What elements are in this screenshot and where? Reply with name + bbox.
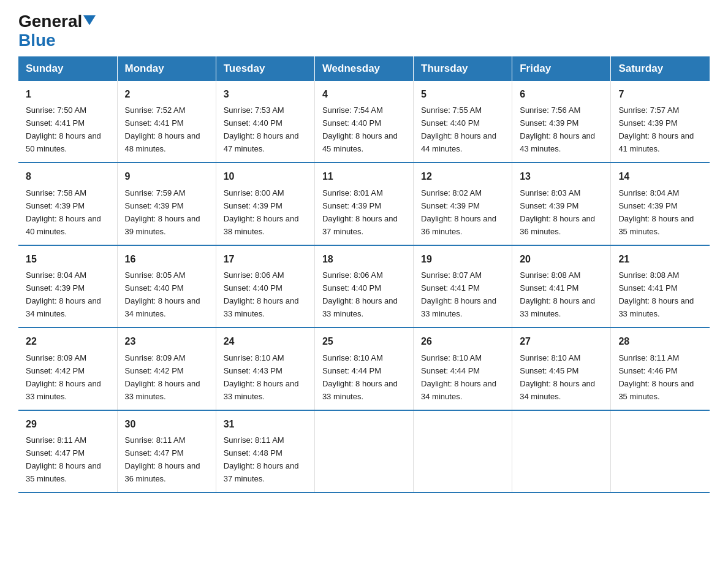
- day-daylight: Daylight: 8 hours and 34 minutes.: [26, 296, 101, 318]
- logo-blue-text: Blue: [18, 31, 96, 50]
- calendar-cell: 16 Sunrise: 8:05 AM Sunset: 4:40 PM Dayl…: [117, 245, 216, 327]
- day-sunset: Sunset: 4:41 PM: [125, 118, 184, 128]
- day-sunrise: Sunrise: 8:11 AM: [224, 435, 284, 445]
- day-sunrise: Sunrise: 8:00 AM: [224, 188, 284, 197]
- weekday-header-monday: Monday: [117, 56, 216, 81]
- day-sunset: Sunset: 4:46 PM: [618, 366, 677, 375]
- day-number: 23: [125, 334, 208, 350]
- calendar-cell: 6 Sunrise: 7:56 AM Sunset: 4:39 PM Dayli…: [512, 81, 611, 163]
- day-sunset: Sunset: 4:43 PM: [224, 366, 282, 375]
- day-sunset: Sunset: 4:39 PM: [26, 283, 85, 293]
- day-sunrise: Sunrise: 8:10 AM: [224, 353, 284, 362]
- day-daylight: Daylight: 8 hours and 44 minutes.: [421, 131, 496, 153]
- weekday-header-row: SundayMondayTuesdayWednesdayThursdayFrid…: [18, 56, 710, 81]
- day-sunset: Sunset: 4:39 PM: [224, 201, 282, 210]
- day-number: 2: [125, 87, 208, 102]
- day-daylight: Daylight: 8 hours and 36 minutes.: [125, 461, 200, 483]
- day-daylight: Daylight: 8 hours and 37 minutes.: [224, 461, 299, 483]
- logo-triangle-icon: [83, 15, 96, 25]
- day-number: 5: [421, 87, 504, 102]
- day-number: 22: [26, 334, 110, 350]
- calendar-cell: 2 Sunrise: 7:52 AM Sunset: 4:41 PM Dayli…: [117, 81, 216, 163]
- day-sunset: Sunset: 4:42 PM: [26, 366, 85, 375]
- day-number: 24: [224, 334, 307, 350]
- day-sunset: Sunset: 4:44 PM: [421, 366, 480, 375]
- day-daylight: Daylight: 8 hours and 33 minutes.: [26, 379, 101, 401]
- day-daylight: Daylight: 8 hours and 35 minutes.: [618, 214, 694, 236]
- day-daylight: Daylight: 8 hours and 33 minutes.: [125, 379, 200, 401]
- day-sunset: Sunset: 4:40 PM: [224, 118, 282, 128]
- week-row-5: 29 Sunrise: 8:11 AM Sunset: 4:47 PM Dayl…: [18, 410, 710, 492]
- day-number: 12: [421, 169, 504, 185]
- calendar-cell: 30 Sunrise: 8:11 AM Sunset: 4:47 PM Dayl…: [117, 410, 216, 492]
- day-sunrise: Sunrise: 8:10 AM: [322, 353, 383, 362]
- day-sunrise: Sunrise: 7:53 AM: [224, 105, 284, 115]
- day-sunrise: Sunrise: 8:11 AM: [26, 435, 86, 445]
- day-daylight: Daylight: 8 hours and 35 minutes.: [618, 379, 694, 401]
- day-daylight: Daylight: 8 hours and 33 minutes.: [421, 296, 496, 318]
- day-number: 17: [224, 252, 307, 267]
- day-sunrise: Sunrise: 7:54 AM: [322, 105, 383, 115]
- day-sunset: Sunset: 4:42 PM: [125, 366, 184, 375]
- day-daylight: Daylight: 8 hours and 45 minutes.: [322, 131, 398, 153]
- day-number: 27: [520, 334, 603, 350]
- day-daylight: Daylight: 8 hours and 50 minutes.: [26, 131, 101, 153]
- day-sunset: Sunset: 4:41 PM: [421, 283, 480, 293]
- day-sunrise: Sunrise: 8:05 AM: [125, 270, 186, 280]
- calendar-cell: 26 Sunrise: 8:10 AM Sunset: 4:44 PM Dayl…: [414, 327, 512, 410]
- day-sunrise: Sunrise: 8:10 AM: [421, 353, 482, 362]
- day-daylight: Daylight: 8 hours and 34 minutes.: [125, 296, 200, 318]
- calendar-cell: 24 Sunrise: 8:10 AM Sunset: 4:43 PM Dayl…: [216, 327, 314, 410]
- calendar-cell: 9 Sunrise: 7:59 AM Sunset: 4:39 PM Dayli…: [117, 163, 216, 245]
- day-sunrise: Sunrise: 8:03 AM: [520, 188, 580, 197]
- day-sunrise: Sunrise: 7:57 AM: [618, 105, 679, 115]
- day-daylight: Daylight: 8 hours and 33 minutes.: [224, 379, 299, 401]
- weekday-header-friday: Friday: [512, 56, 611, 81]
- calendar-cell: 5 Sunrise: 7:55 AM Sunset: 4:40 PM Dayli…: [414, 81, 512, 163]
- day-sunrise: Sunrise: 7:52 AM: [125, 105, 186, 115]
- day-sunrise: Sunrise: 8:04 AM: [26, 270, 86, 280]
- calendar-cell: 4 Sunrise: 7:54 AM Sunset: 4:40 PM Dayli…: [314, 81, 413, 163]
- day-sunset: Sunset: 4:39 PM: [26, 201, 85, 210]
- day-daylight: Daylight: 8 hours and 35 minutes.: [26, 461, 101, 483]
- calendar-cell: 12 Sunrise: 8:02 AM Sunset: 4:39 PM Dayl…: [414, 163, 512, 245]
- calendar-cell: 29 Sunrise: 8:11 AM Sunset: 4:47 PM Dayl…: [18, 410, 117, 492]
- day-number: 16: [125, 252, 208, 267]
- day-sunset: Sunset: 4:45 PM: [520, 366, 578, 375]
- day-sunset: Sunset: 4:40 PM: [224, 283, 282, 293]
- day-sunset: Sunset: 4:40 PM: [125, 283, 184, 293]
- day-daylight: Daylight: 8 hours and 38 minutes.: [224, 214, 299, 236]
- day-daylight: Daylight: 8 hours and 48 minutes.: [125, 131, 200, 153]
- day-sunrise: Sunrise: 8:07 AM: [421, 270, 482, 280]
- calendar-cell: 23 Sunrise: 8:09 AM Sunset: 4:42 PM Dayl…: [117, 327, 216, 410]
- day-sunrise: Sunrise: 8:09 AM: [26, 353, 86, 362]
- day-sunrise: Sunrise: 8:06 AM: [224, 270, 284, 280]
- day-sunrise: Sunrise: 8:11 AM: [618, 353, 679, 362]
- day-sunrise: Sunrise: 7:59 AM: [125, 188, 186, 197]
- day-sunrise: Sunrise: 7:56 AM: [520, 105, 580, 115]
- calendar-cell: 21 Sunrise: 8:08 AM Sunset: 4:41 PM Dayl…: [611, 245, 710, 327]
- week-row-2: 8 Sunrise: 7:58 AM Sunset: 4:39 PM Dayli…: [18, 163, 710, 245]
- calendar-cell: 20 Sunrise: 8:08 AM Sunset: 4:41 PM Dayl…: [512, 245, 611, 327]
- day-daylight: Daylight: 8 hours and 43 minutes.: [520, 131, 595, 153]
- day-number: 3: [224, 87, 307, 102]
- day-sunrise: Sunrise: 8:01 AM: [322, 188, 383, 197]
- calendar-cell: 25 Sunrise: 8:10 AM Sunset: 4:44 PM Dayl…: [314, 327, 413, 410]
- day-daylight: Daylight: 8 hours and 41 minutes.: [618, 131, 694, 153]
- day-sunrise: Sunrise: 8:06 AM: [322, 270, 383, 280]
- day-sunset: Sunset: 4:39 PM: [421, 201, 480, 210]
- day-number: 25: [322, 334, 406, 350]
- page-header: General Blue: [18, 12, 710, 50]
- day-sunset: Sunset: 4:39 PM: [618, 118, 677, 128]
- calendar-table: SundayMondayTuesdayWednesdayThursdayFrid…: [18, 56, 710, 493]
- day-sunrise: Sunrise: 8:09 AM: [125, 353, 186, 362]
- calendar-cell: [414, 410, 512, 492]
- day-sunset: Sunset: 4:44 PM: [322, 366, 381, 375]
- day-number: 15: [26, 252, 110, 267]
- day-number: 9: [125, 169, 208, 185]
- calendar-cell: 17 Sunrise: 8:06 AM Sunset: 4:40 PM Dayl…: [216, 245, 314, 327]
- day-number: 31: [224, 417, 307, 432]
- calendar-cell: 13 Sunrise: 8:03 AM Sunset: 4:39 PM Dayl…: [512, 163, 611, 245]
- day-sunset: Sunset: 4:39 PM: [520, 118, 578, 128]
- day-sunrise: Sunrise: 8:04 AM: [618, 188, 679, 197]
